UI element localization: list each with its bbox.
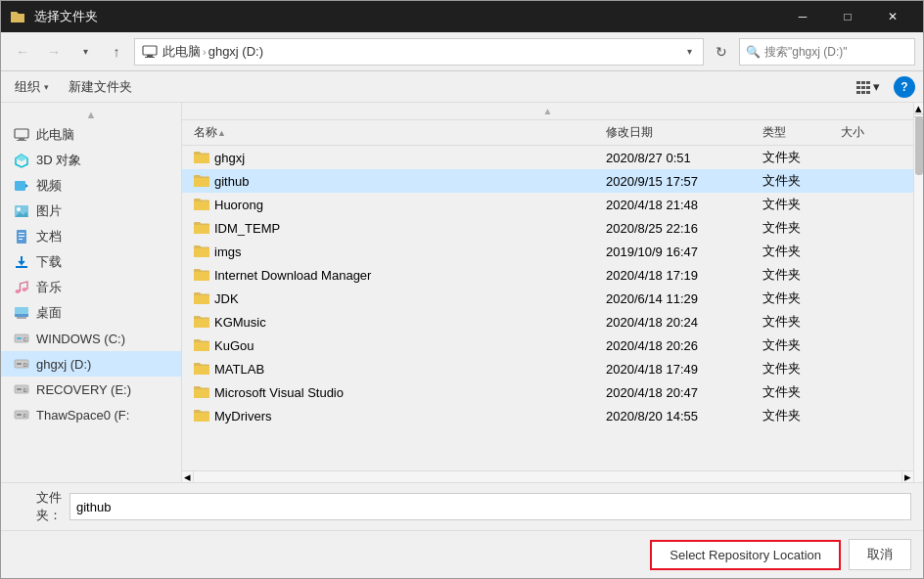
view-button[interactable]: ▾ [850, 76, 886, 98]
up-arrow-icon: ▲ [543, 106, 553, 116]
file-cell-type: 文件夹 [759, 219, 837, 237]
file-toolbar: 组织 ▾ 新建文件夹 ▾ ? [1, 71, 923, 103]
table-row[interactable]: Microsoft Visual Studio2020/4/18 20:47文件… [182, 380, 913, 404]
scroll-track [194, 471, 901, 482]
up-button[interactable]: ↑ [103, 38, 130, 66]
breadcrumb-computer[interactable]: 此电脑 [162, 43, 201, 61]
new-folder-label: 新建文件夹 [69, 78, 132, 96]
table-row[interactable]: KGMusic2020/4/18 20:24文件夹 [182, 310, 913, 334]
svg-rect-14 [17, 140, 26, 141]
file-name-text: github [214, 174, 249, 189]
file-cell-name: Internet Download Manager [190, 267, 602, 283]
view-chevron: ▾ [873, 79, 880, 94]
sidebar-scroll-up[interactable]: ▲ [1, 107, 181, 122]
file-cell-name: MyDrivers [190, 408, 602, 423]
back-button[interactable]: ← [9, 38, 36, 66]
sidebar-item-desktop[interactable]: 桌面 [1, 300, 181, 326]
scroll-right-btn[interactable]: ▸ [901, 471, 913, 483]
svg-text:E:: E: [23, 387, 28, 393]
table-row[interactable]: IDM_TEMP2020/8/25 22:16文件夹 [182, 216, 913, 240]
table-row[interactable]: Huorong2020/4/18 21:48文件夹 [182, 193, 913, 216]
address-dropdown-icon[interactable]: ▾ [681, 44, 697, 60]
organize-label: 组织 [15, 78, 40, 96]
svg-rect-13 [19, 138, 24, 140]
minimize-button[interactable]: ─ [780, 1, 825, 32]
table-row[interactable]: KuGou2020/4/18 20:26文件夹 [182, 334, 913, 357]
file-area: ▲ 名称 修改日期 类型 大小 ghgxj2020/8/27 0:51文件夹 [182, 103, 913, 482]
sidebar-item-video[interactable]: 视频 [1, 173, 181, 199]
video-icon [13, 177, 30, 195]
svg-text:C:: C: [23, 336, 28, 342]
computer-icon [13, 126, 30, 144]
help-button[interactable]: ? [894, 76, 915, 98]
sidebar-label-picture: 图片 [36, 202, 173, 220]
sidebar-item-drive-d[interactable]: D: ghgxj (D:) [1, 351, 181, 377]
sidebar: ▲ 此电脑 3D 对 [1, 103, 182, 482]
table-row[interactable]: Internet Download Manager2020/4/18 17:19… [182, 263, 913, 287]
new-folder-button[interactable]: 新建文件夹 [63, 75, 138, 99]
svg-rect-3 [856, 81, 860, 84]
sidebar-item-computer[interactable]: 此电脑 [1, 122, 181, 148]
file-list[interactable]: ghgxj2020/8/27 0:51文件夹 github2020/9/15 1… [182, 146, 913, 470]
select-repository-button[interactable]: Select Repository Location [650, 540, 841, 570]
file-cell-type: 文件夹 [759, 172, 837, 190]
title-icon [9, 8, 26, 25]
search-box[interactable]: 🔍 [739, 38, 915, 66]
sidebar-item-drive-c[interactable]: C: WINDOWS (C:) [1, 326, 181, 351]
refresh-button[interactable]: ↻ [708, 38, 735, 66]
file-cell-date: 2020/8/27 0:51 [602, 151, 759, 165]
svg-text:D:: D: [23, 362, 28, 368]
table-row[interactable]: MATLAB2020/4/18 17:49文件夹 [182, 357, 913, 380]
table-row[interactable]: MyDrivers2020/8/20 14:55文件夹 [182, 404, 913, 427]
filename-label: 文件夹： [13, 489, 62, 524]
sidebar-item-download[interactable]: 下载 [1, 249, 181, 275]
sidebar-label-drive-e: RECOVERY (E:) [36, 382, 173, 397]
scrollbar-thumb[interactable] [915, 116, 923, 175]
folder-icon [194, 314, 209, 330]
scroll-left-btn[interactable]: ◂ [182, 471, 194, 483]
table-row[interactable]: JDK2020/6/14 11:29文件夹 [182, 287, 913, 310]
sidebar-item-picture[interactable]: 图片 [1, 199, 181, 224]
col-header-name[interactable]: 名称 [190, 120, 602, 145]
file-cell-name: KuGou [190, 337, 602, 353]
col-header-size[interactable]: 大小 [837, 120, 905, 145]
cancel-button[interactable]: 取消 [849, 539, 911, 570]
file-cell-name: Huorong [190, 197, 602, 212]
search-input[interactable] [764, 45, 911, 59]
col-header-date[interactable]: 修改日期 [602, 120, 759, 145]
organize-button[interactable]: 组织 ▾ [9, 75, 55, 99]
folder-icon [194, 220, 209, 236]
organize-chevron: ▾ [44, 82, 49, 92]
vertical-scrollbar[interactable]: ▴ ▾ [913, 103, 923, 482]
close-button[interactable]: ✕ [870, 1, 915, 32]
horizontal-scrollbar[interactable]: ◂ ▸ [182, 470, 913, 482]
file-name-text: KGMusic [214, 315, 266, 330]
sidebar-label-drive-d: ghgxj (D:) [36, 357, 173, 372]
svg-rect-26 [16, 266, 27, 268]
table-row[interactable]: ghgxj2020/8/27 0:51文件夹 [182, 146, 913, 169]
scroll-up-area[interactable]: ▲ [182, 103, 913, 120]
sidebar-label-music: 音乐 [36, 279, 173, 296]
sidebar-item-drive-e[interactable]: E: RECOVERY (E:) [1, 377, 181, 402]
sidebar-item-3d[interactable]: 3D 对象 [1, 148, 181, 173]
forward-button[interactable]: → [40, 38, 68, 66]
svg-rect-2 [145, 57, 155, 58]
dropdown-arrow-button[interactable]: ▾ [71, 38, 99, 66]
sidebar-item-music[interactable]: 音乐 [1, 275, 181, 300]
svg-text:F:: F: [23, 413, 27, 419]
table-row[interactable]: imgs2019/10/9 16:47文件夹 [182, 240, 913, 263]
svg-point-31 [23, 288, 27, 291]
sidebar-item-document[interactable]: 文档 [1, 224, 181, 249]
breadcrumb-drive[interactable]: ghgxj (D:) [208, 44, 263, 59]
sidebar-item-drive-f[interactable]: F: ThawSpace0 (F: [1, 402, 181, 427]
file-name-text: Microsoft Visual Studio [214, 385, 344, 400]
maximize-button[interactable]: □ [825, 1, 870, 32]
file-cell-name: imgs [190, 244, 602, 259]
table-row[interactable]: github2020/9/15 17:57文件夹 [182, 169, 913, 193]
filename-input[interactable] [69, 493, 911, 520]
scroll-up-btn[interactable]: ▴ [914, 103, 923, 114]
file-cell-name: JDK [190, 290, 602, 306]
address-bar[interactable]: 此电脑 › ghgxj (D:) ▾ [134, 38, 704, 66]
col-header-type[interactable]: 类型 [759, 120, 837, 145]
svg-rect-23 [19, 233, 24, 234]
